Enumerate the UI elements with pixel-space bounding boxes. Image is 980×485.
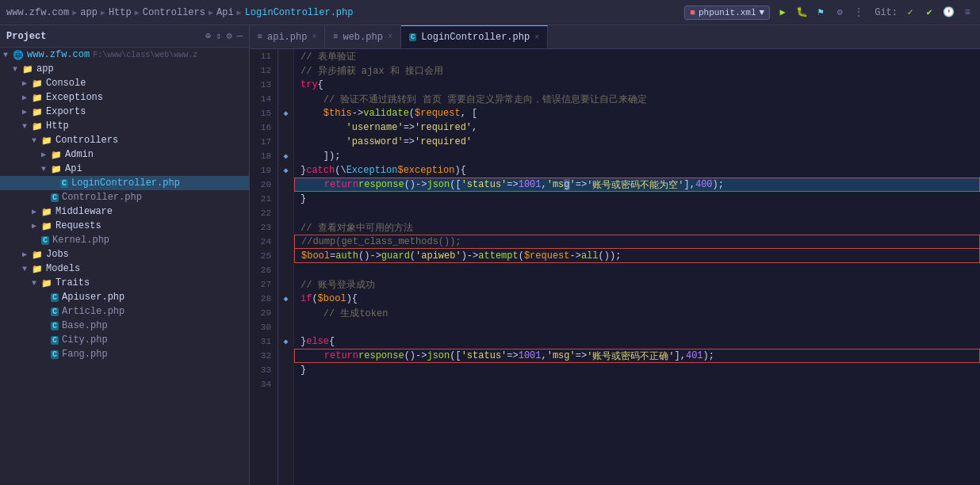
ln-31: 31 xyxy=(256,334,271,349)
tree-label-jobs: Jobs xyxy=(46,249,69,260)
code-span-29b: // 生成token xyxy=(323,307,389,320)
file-icon-base: C xyxy=(51,322,59,330)
tree-item-admin[interactable]: ▶ 📁 Admin xyxy=(0,147,249,162)
code-span-32p: 401 xyxy=(686,350,703,361)
tree-item-controllers[interactable]: ▼ 📁 Controllers xyxy=(0,133,249,147)
code-span-32b: return xyxy=(324,350,358,361)
tree-item-article[interactable]: C Article.php xyxy=(0,304,249,319)
code-span-20p: ], xyxy=(684,179,695,190)
code-span-25a: $bool xyxy=(301,250,330,262)
phpunit-selector[interactable]: ■ phpunit.xml ▼ xyxy=(684,6,770,20)
code-span-31a: } xyxy=(301,336,306,347)
code-span-32o: ], xyxy=(675,350,686,361)
code-line-30 xyxy=(294,320,980,334)
tree-item-requests[interactable]: ▶ 📁 Requests xyxy=(0,219,249,233)
sidebar-locate-icon[interactable]: ⊕ xyxy=(205,30,211,42)
tree-label-middleware: Middleware xyxy=(56,206,113,217)
editor-area: ≡ api.php × ≡ web.php × C LoginControlle… xyxy=(250,25,980,485)
tree-item-middleware[interactable]: ▶ 📁 Middleware xyxy=(0,204,249,219)
ln-13: 13 xyxy=(256,78,271,92)
tree-item-console[interactable]: ▶ 📁 Console xyxy=(0,76,249,90)
sidebar-settings-icon[interactable]: ⚙ xyxy=(227,30,232,42)
code-editor[interactable]: 11 12 13 14 15 16 17 18 19 20 21 22 23 2… xyxy=(250,49,980,485)
breadcrumb-sep-4: ▶ xyxy=(209,8,213,17)
coverage-button[interactable]: ⚑ xyxy=(814,6,827,19)
ln-23: 23 xyxy=(256,220,271,235)
folder-icon-requests: 📁 xyxy=(41,221,52,231)
gutter: ◆ ◆ ◆ ◆ ◆ xyxy=(278,49,294,485)
code-line-13: try{ xyxy=(294,78,980,92)
code-line-25: $bool = auth()->guard('apiweb')->attempt… xyxy=(294,249,980,263)
code-content[interactable]: // 表单验证 // 异步捕获 ajax 和 接口会用 try{ // 验证不通… xyxy=(294,49,980,485)
tree-item-city[interactable]: C City.php xyxy=(0,333,249,347)
tree-item-root[interactable]: ▼ 🌐 www.zfw.com F:\www\class\web\www.z xyxy=(0,48,249,62)
breadcrumb-api[interactable]: Api xyxy=(216,7,234,18)
code-span-16c: => xyxy=(404,122,415,133)
tree-item-apiuser[interactable]: C Apiuser.php xyxy=(0,290,249,304)
breadcrumb-controllers[interactable]: Controllers xyxy=(143,7,205,18)
git-history-icon[interactable]: 🕐 xyxy=(942,6,955,19)
code-span-28d: ){ xyxy=(346,293,358,304)
tree-item-fang[interactable]: C Fang.php xyxy=(0,347,249,361)
tree-item-base[interactable]: C Base.php xyxy=(0,319,249,333)
gutter-31: ◆ xyxy=(278,334,293,349)
git-more-icon[interactable]: ≡ xyxy=(961,6,974,19)
code-span-32g: ([ xyxy=(450,350,461,361)
run-button[interactable]: ▶ xyxy=(776,6,789,19)
ln-17: 17 xyxy=(256,135,271,149)
tab-close-api[interactable]: × xyxy=(312,32,316,41)
folder-icon-jobs: 📁 xyxy=(32,250,43,260)
tree-label-article: Article.php xyxy=(62,306,124,317)
ln-26: 26 xyxy=(256,263,271,277)
sidebar-collapse-icon[interactable]: ⇕ xyxy=(216,30,221,42)
tree-item-jobs[interactable]: ▶ 📁 Jobs xyxy=(0,247,249,262)
ln-19: 19 xyxy=(256,163,271,178)
sidebar-hide-icon[interactable]: — xyxy=(237,31,243,42)
code-span-15f: $request xyxy=(415,108,461,119)
code-line-17: 'password' => 'required' xyxy=(294,135,980,149)
code-span-20n: => xyxy=(576,179,587,190)
tree-item-api[interactable]: ▼ 📁 Api xyxy=(0,162,249,176)
breadcrumb-domain[interactable]: www.zfw.com xyxy=(6,7,69,18)
tree-arrow-models: ▼ xyxy=(22,265,32,273)
tree-item-http[interactable]: ▼ 📁 Http xyxy=(0,119,249,133)
tab-close-login[interactable]: × xyxy=(534,33,539,42)
code-span-20a xyxy=(301,179,324,190)
debug-button[interactable]: 🐛 xyxy=(795,6,808,19)
breadcrumb-http[interactable]: Http xyxy=(109,7,132,18)
tab-web[interactable]: ≡ web.php × xyxy=(325,25,400,48)
ln-30: 30 xyxy=(256,320,271,334)
code-span-25l: -> xyxy=(570,250,581,262)
tree-item-kernel[interactable]: C Kernel.php xyxy=(0,233,249,247)
ln-27: 27 xyxy=(256,277,271,292)
code-line-26 xyxy=(294,263,980,277)
tab-login[interactable]: C LoginController.php × xyxy=(401,25,548,48)
code-span-12: // 异步捕获 ajax 和 接口会用 xyxy=(301,64,443,78)
gutter-34 xyxy=(278,377,293,391)
tree-item-models[interactable]: ▼ 📁 Models xyxy=(0,262,249,276)
tree-item-logincontroller[interactable]: C LoginController.php xyxy=(0,176,249,190)
tree-label-logincontroller: LoginController.php xyxy=(71,178,180,189)
profile-button[interactable]: ⚙ xyxy=(833,6,846,19)
ln-29: 29 xyxy=(256,306,271,320)
tree-item-exports[interactable]: ▶ 📁 Exports xyxy=(0,105,249,119)
phpunit-label: phpunit.xml xyxy=(699,8,756,17)
tree-item-controller[interactable]: C Controller.php xyxy=(0,190,249,204)
phpunit-dropdown-icon[interactable]: ▼ xyxy=(760,8,765,17)
tree-item-exceptions[interactable]: ▶ 📁 Exceptions xyxy=(0,90,249,105)
tab-close-web[interactable]: × xyxy=(388,32,392,41)
breadcrumb-app[interactable]: app xyxy=(80,7,98,18)
code-span-27: // 账号登录成功 xyxy=(301,278,375,292)
git-tick-icon[interactable]: ✔ xyxy=(923,6,936,19)
tree-arrow-root: ▼ xyxy=(3,51,13,59)
code-span-17d: 'required' xyxy=(415,136,472,147)
tree-item-app[interactable]: ▼ 📁 app xyxy=(0,62,249,76)
git-check-icon[interactable]: ✓ xyxy=(904,6,917,19)
tree-item-traits[interactable]: ▼ 📁 Traits xyxy=(0,276,249,290)
more-button[interactable]: ⋮ xyxy=(852,6,865,19)
code-span-25j: ( xyxy=(519,250,524,262)
code-span-28a: if xyxy=(301,293,312,304)
code-span-20l: 'ms xyxy=(547,179,565,190)
tab-api[interactable]: ≡ api.php × xyxy=(250,25,325,48)
code-line-19: }catch (\Exception $exception){ xyxy=(294,163,980,178)
